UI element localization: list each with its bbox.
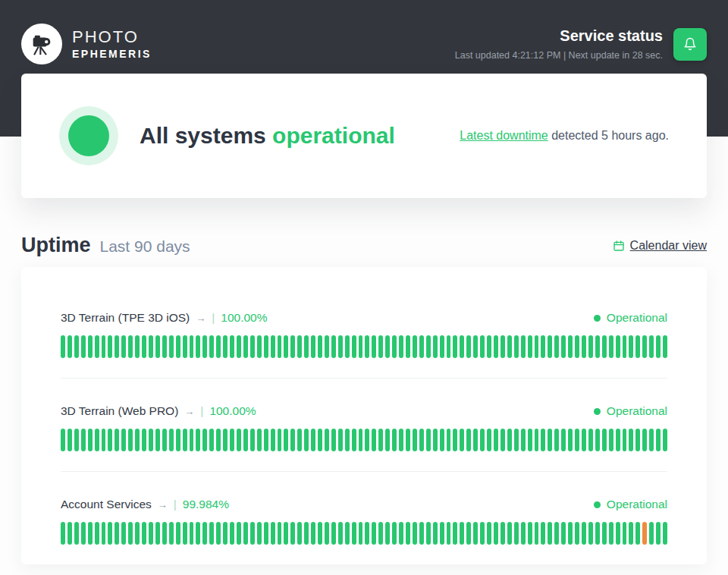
uptime-bar[interactable] — [121, 429, 126, 451]
uptime-bar[interactable] — [149, 429, 153, 451]
uptime-bar[interactable] — [169, 335, 174, 358]
uptime-bar[interactable] — [365, 429, 369, 451]
uptime-bar[interactable] — [284, 429, 288, 451]
uptime-bar[interactable] — [623, 522, 627, 545]
uptime-bar[interactable] — [196, 522, 200, 545]
uptime-bar[interactable] — [453, 335, 457, 358]
uptime-bar[interactable] — [196, 335, 200, 358]
uptime-bar[interactable] — [629, 522, 633, 545]
uptime-bar[interactable] — [230, 522, 234, 545]
uptime-bar[interactable] — [656, 522, 661, 545]
uptime-bar[interactable] — [494, 335, 498, 358]
uptime-bar[interactable] — [548, 429, 552, 451]
uptime-bar[interactable] — [561, 522, 566, 545]
uptime-bar[interactable] — [582, 522, 586, 545]
uptime-bar[interactable] — [554, 429, 559, 451]
uptime-bar[interactable] — [223, 335, 228, 358]
uptime-bar[interactable] — [419, 522, 424, 545]
uptime-bar[interactable] — [257, 335, 262, 358]
uptime-bar[interactable] — [378, 429, 383, 451]
uptime-bar[interactable] — [378, 335, 383, 358]
uptime-bar[interactable] — [149, 335, 153, 358]
uptime-bar[interactable] — [487, 429, 491, 451]
uptime-bar[interactable] — [426, 335, 431, 358]
uptime-bar[interactable] — [176, 429, 180, 451]
uptime-bar[interactable] — [453, 429, 457, 451]
uptime-bar[interactable] — [264, 335, 268, 358]
uptime-bar[interactable] — [433, 522, 438, 545]
uptime-bar[interactable] — [466, 429, 471, 451]
uptime-bar[interactable] — [541, 522, 545, 545]
uptime-bar[interactable] — [135, 522, 140, 545]
uptime-bar[interactable] — [359, 522, 363, 545]
uptime-bar[interactable] — [609, 522, 613, 545]
uptime-bar[interactable] — [635, 429, 640, 451]
uptime-bar[interactable] — [128, 429, 133, 451]
uptime-bar[interactable] — [460, 522, 464, 545]
latest-downtime-link[interactable]: Latest downtime — [460, 129, 548, 142]
uptime-bar[interactable] — [359, 429, 363, 451]
uptime-bar[interactable] — [81, 429, 86, 451]
uptime-bar[interactable] — [500, 522, 505, 545]
uptime-bar[interactable] — [115, 429, 119, 451]
uptime-bar[interactable] — [345, 335, 350, 358]
uptime-bar[interactable] — [108, 429, 112, 451]
uptime-bar[interactable] — [108, 335, 112, 358]
uptime-bar[interactable] — [392, 522, 397, 545]
brand-logo-link[interactable]: PHOTO EPHEMERIS — [21, 24, 152, 64]
uptime-bar[interactable] — [257, 429, 262, 451]
uptime-bar[interactable] — [155, 429, 160, 451]
uptime-bar[interactable] — [67, 522, 72, 545]
uptime-bar[interactable] — [602, 429, 607, 451]
uptime-bar[interactable] — [635, 522, 640, 545]
uptime-bar[interactable] — [541, 429, 545, 451]
uptime-bar[interactable] — [575, 522, 579, 545]
uptime-bar[interactable] — [642, 522, 647, 545]
uptime-bar[interactable] — [271, 335, 275, 358]
uptime-bar[interactable] — [433, 335, 438, 358]
uptime-bar[interactable] — [473, 335, 478, 358]
uptime-bar[interactable] — [135, 335, 140, 358]
uptime-bar[interactable] — [352, 335, 356, 358]
uptime-bar[interactable] — [237, 335, 241, 358]
uptime-bar[interactable] — [237, 429, 241, 451]
uptime-bar[interactable] — [250, 522, 255, 545]
uptime-bar[interactable] — [440, 429, 444, 451]
uptime-bar[interactable] — [528, 522, 532, 545]
uptime-bar[interactable] — [74, 429, 79, 451]
uptime-bar[interactable] — [318, 429, 322, 451]
uptime-bar[interactable] — [440, 522, 444, 545]
uptime-bar[interactable] — [494, 429, 498, 451]
uptime-bar[interactable] — [392, 335, 397, 358]
uptime-bar[interactable] — [209, 429, 214, 451]
uptime-bar[interactable] — [419, 335, 424, 358]
uptime-bar[interactable] — [372, 429, 376, 451]
uptime-bar[interactable] — [541, 335, 545, 358]
uptime-bar[interactable] — [216, 335, 221, 358]
uptime-bar[interactable] — [426, 522, 431, 545]
uptime-bar[interactable] — [588, 335, 593, 358]
uptime-bar[interactable] — [183, 429, 187, 451]
uptime-bar[interactable] — [325, 429, 329, 451]
uptime-bar[interactable] — [413, 429, 417, 451]
uptime-bar[interactable] — [535, 429, 539, 451]
uptime-bar[interactable] — [507, 429, 512, 451]
uptime-bar[interactable] — [190, 522, 194, 545]
uptime-bar[interactable] — [500, 429, 505, 451]
uptime-bar[interactable] — [250, 429, 255, 451]
uptime-bar[interactable] — [514, 429, 519, 451]
uptime-bar[interactable] — [135, 429, 140, 451]
uptime-bar[interactable] — [359, 335, 363, 358]
uptime-bar[interactable] — [616, 429, 620, 451]
uptime-bar[interactable] — [338, 335, 343, 358]
uptime-bar[interactable] — [473, 429, 478, 451]
uptime-bar[interactable] — [609, 335, 613, 358]
notifications-button[interactable] — [673, 28, 707, 61]
uptime-bar[interactable] — [447, 429, 451, 451]
uptime-bar[interactable] — [297, 335, 302, 358]
uptime-bar[interactable] — [278, 429, 282, 451]
uptime-bar[interactable] — [521, 429, 526, 451]
uptime-bar[interactable] — [216, 429, 221, 451]
uptime-bar[interactable] — [202, 522, 207, 545]
uptime-bar[interactable] — [561, 429, 566, 451]
